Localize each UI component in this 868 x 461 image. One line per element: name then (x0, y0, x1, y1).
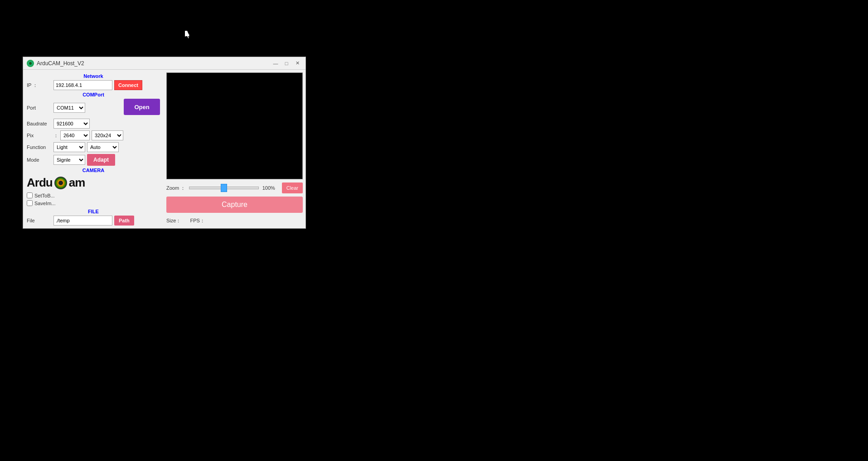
ip-label: IP ： (27, 82, 52, 89)
fps-label: FPS： (190, 217, 204, 224)
open-button[interactable]: Open (124, 99, 160, 115)
arducam-camera-icon (54, 177, 67, 189)
pix-size-select[interactable]: 320x24 640x480 1280x720 (92, 130, 123, 140)
mode-label: Mode (27, 157, 52, 163)
window-controls: — □ ✕ (271, 60, 302, 67)
mode-row: Mode Signle Continuous Adapt (27, 154, 160, 166)
zoom-percent: 100% (262, 185, 278, 191)
window-body: Network IP ： Connect COMPort Port COM11 … (23, 70, 305, 228)
port-select[interactable]: COM11 COM1 COM2 (53, 103, 85, 113)
camera-view (166, 72, 303, 179)
pix-resolution-select[interactable]: 2640 1920 1280 (60, 130, 90, 140)
baudrate-row: Baudrate 921600 115200 57600 (27, 119, 160, 129)
title-bar: ArduCAM_Host_V2 — □ ✕ (23, 57, 305, 70)
pix-colon: ： (53, 132, 58, 139)
port-row: Port COM11 COM1 COM2 Open (27, 99, 160, 117)
arducam-logo: Ardu am (27, 176, 160, 190)
network-section: Network IP ： Connect (27, 73, 160, 90)
title-bar-left: ArduCAM_Host_V2 (27, 60, 84, 67)
maximize-button[interactable]: □ (282, 60, 291, 67)
capture-button[interactable]: Capture (166, 197, 303, 213)
function-row: Function Light Dark Color Auto Manual (27, 142, 160, 152)
function-sub-select[interactable]: Auto Manual (87, 142, 119, 152)
clear-button[interactable]: Clear (282, 182, 303, 193)
file-field-label: File (27, 218, 52, 223)
pix-row: Pix ： 2640 1920 1280 320x24 640x480 1280… (27, 130, 160, 140)
saveim-checkbox[interactable] (27, 200, 33, 206)
port-label: Port (27, 105, 52, 110)
file-path-input[interactable] (53, 216, 112, 226)
baudrate-select[interactable]: 921600 115200 57600 (53, 119, 90, 129)
zoom-slider[interactable] (189, 187, 259, 189)
baudrate-label: Baudrate (27, 121, 52, 126)
settob-checkbox[interactable] (27, 192, 33, 198)
arducam-text-1: Ardu (27, 176, 53, 190)
file-label: FILE (27, 209, 160, 214)
saveim-row: SaveIm... (27, 200, 160, 206)
pix-label: Pix (27, 133, 52, 138)
path-button[interactable]: Path (114, 216, 134, 226)
zoom-row: Zoom ： 100% Clear (166, 182, 303, 194)
adapt-button[interactable]: Adapt (87, 154, 115, 166)
ip-input[interactable] (53, 80, 112, 90)
mouse-cursor (185, 31, 190, 39)
application-window: ArduCAM_Host_V2 — □ ✕ Network IP ： Conne… (23, 57, 306, 229)
comport-label: COMPort (27, 92, 160, 97)
window-title: ArduCAM_Host_V2 (37, 60, 84, 67)
camera-section: CAMERA Ardu am (27, 168, 160, 190)
camera-label: CAMERA (27, 168, 160, 173)
left-panel: Network IP ： Connect COMPort Port COM11 … (23, 70, 164, 228)
function-select[interactable]: Light Dark Color (53, 142, 85, 152)
settob-row: SetToB... (27, 192, 160, 198)
network-label: Network (27, 73, 160, 79)
file-section: FILE File Path (27, 209, 160, 226)
comport-section: COMPort Port COM11 COM1 COM2 Open Baudra… (27, 92, 160, 166)
size-label: Size： (166, 217, 181, 224)
close-button[interactable]: ✕ (293, 60, 302, 67)
settob-label: SetToB... (34, 193, 55, 198)
minimize-button[interactable]: — (271, 60, 280, 67)
svg-point-3 (30, 62, 31, 64)
file-row: File Path (27, 216, 160, 226)
svg-marker-0 (185, 31, 190, 38)
status-row: Size： FPS： (166, 216, 303, 226)
saveim-label: SaveIm... (34, 201, 55, 206)
mode-select[interactable]: Signle Continuous (53, 155, 85, 165)
function-label: Function (27, 144, 52, 150)
arducam-text-2: am (69, 176, 85, 190)
zoom-label: Zoom ： (166, 185, 185, 192)
right-panel: Zoom ： 100% Clear Capture Size： FPS： (164, 70, 305, 228)
ip-row: IP ： Connect (27, 80, 160, 90)
connect-button[interactable]: Connect (114, 80, 142, 90)
app-icon (27, 60, 34, 67)
